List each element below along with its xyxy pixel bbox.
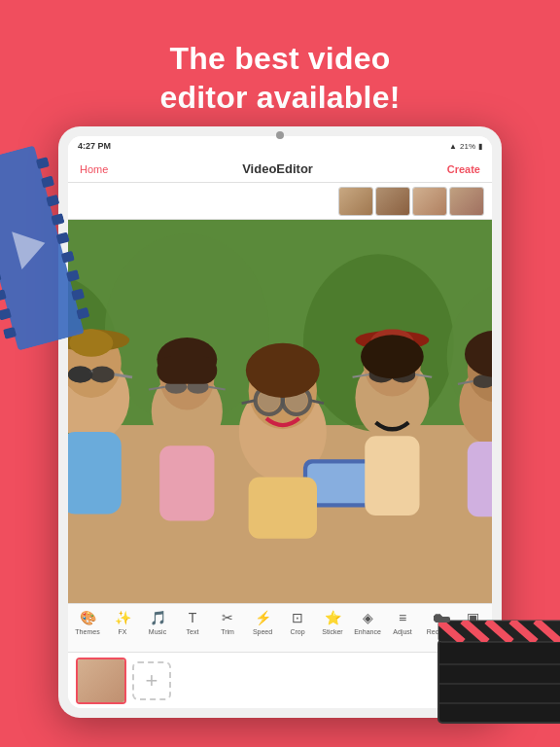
toolbar-item-music[interactable]: 🎵Music	[140, 608, 175, 636]
wifi-icon: ▲	[449, 142, 457, 151]
fx-label: FX	[119, 628, 127, 636]
bottom-thumbnail[interactable]	[76, 658, 126, 704]
sticker-label: Sticker	[322, 628, 342, 636]
nav-create-button[interactable]: Create	[447, 163, 480, 175]
thumb-4[interactable]	[449, 187, 484, 216]
nav-bar: Home VideoEditor Create	[68, 156, 492, 183]
svg-point-52	[68, 367, 92, 383]
themes-label: Themes	[75, 628, 99, 636]
toolbar-item-sticker[interactable]: ⭐Sticker	[315, 608, 350, 636]
speed-icon: ⚡	[255, 608, 271, 627]
clapperboard-decoration	[434, 601, 560, 728]
toolbar-item-crop[interactable]: ⊡Crop	[280, 608, 315, 636]
add-icon: +	[146, 668, 158, 694]
text-icon: T	[189, 608, 197, 627]
hero-line2: editor available!	[0, 78, 560, 117]
toolbar-item-trim[interactable]: ✂Trim	[210, 608, 245, 636]
speed-label: Speed	[253, 628, 272, 636]
music-label: Music	[149, 628, 166, 636]
svg-rect-33	[436, 617, 450, 622]
svg-rect-14	[56, 232, 70, 245]
adjust-label: Adjust	[393, 628, 411, 636]
svg-point-68	[246, 343, 320, 398]
svg-rect-49	[68, 432, 122, 514]
svg-rect-10	[36, 157, 50, 169]
svg-rect-20	[438, 640, 560, 723]
crop-label: Crop	[290, 628, 304, 636]
crop-icon: ⊡	[292, 608, 303, 627]
svg-rect-15	[61, 251, 75, 264]
status-bar: 4:27 PM ▲ 21% ▮	[68, 136, 492, 156]
video-placeholder	[68, 220, 492, 603]
svg-rect-13	[51, 213, 64, 226]
status-time: 4:27 PM	[78, 141, 111, 151]
toolbar: 🎨Themes✨FX🎵MusicTText✂Trim⚡Speed⊡Crop⭐St…	[68, 603, 492, 652]
svg-rect-71	[249, 478, 317, 539]
battery-icon: ▮	[478, 142, 482, 151]
hero-text-container: The best video editor available!	[0, 39, 560, 117]
thumbnail-strip	[68, 183, 492, 220]
thumb-3[interactable]	[412, 187, 447, 216]
text-label: Text	[187, 628, 199, 636]
thumb-1[interactable]	[338, 187, 373, 216]
toolbar-item-fx[interactable]: ✨FX	[105, 608, 140, 636]
video-area	[68, 220, 492, 603]
toolbar-item-adjust[interactable]: ≡Adjust	[385, 608, 420, 636]
svg-rect-16	[66, 269, 80, 282]
svg-point-80	[361, 335, 424, 378]
toolbar-item-text[interactable]: TText	[175, 608, 210, 636]
fx-icon: ✨	[115, 608, 131, 627]
status-right: ▲ 21% ▮	[449, 142, 482, 151]
trim-icon: ✂	[222, 608, 233, 627]
ipad-camera	[276, 131, 284, 139]
toolbar-item-enhance[interactable]: ◈Enhance	[350, 608, 385, 636]
toolbar-item-speed[interactable]: ⚡Speed	[245, 608, 280, 636]
nav-title: VideoEditor	[242, 161, 313, 176]
music-icon: 🎵	[150, 608, 166, 627]
toolbar-item-themes[interactable]: 🎨Themes	[70, 608, 105, 636]
svg-rect-89	[468, 442, 492, 516]
svg-rect-58	[157, 357, 217, 384]
sticker-icon: ⭐	[325, 608, 341, 627]
svg-rect-9	[3, 327, 17, 339]
enhance-icon: ◈	[363, 608, 373, 627]
nav-home-button[interactable]: Home	[80, 163, 108, 175]
svg-rect-12	[46, 195, 59, 207]
svg-rect-81	[365, 436, 419, 516]
svg-point-45	[89, 367, 114, 383]
thumb-2[interactable]	[375, 187, 410, 216]
adjust-icon: ≡	[399, 608, 406, 627]
themes-icon: 🎨	[80, 608, 96, 627]
svg-rect-59	[159, 445, 214, 520]
battery-text: 21%	[460, 142, 475, 151]
svg-rect-18	[76, 307, 89, 320]
svg-rect-17	[71, 288, 85, 301]
svg-rect-70	[307, 463, 374, 503]
bottom-strip: +	[68, 652, 492, 708]
ipad-screen: 4:27 PM ▲ 21% ▮ Home VideoEditor Create	[68, 136, 492, 708]
svg-rect-11	[41, 176, 54, 189]
trim-label: Trim	[221, 628, 234, 636]
add-clip-button[interactable]: +	[132, 661, 171, 700]
hero-line1: The best video	[0, 39, 560, 78]
enhance-label: Enhance	[354, 628, 381, 636]
